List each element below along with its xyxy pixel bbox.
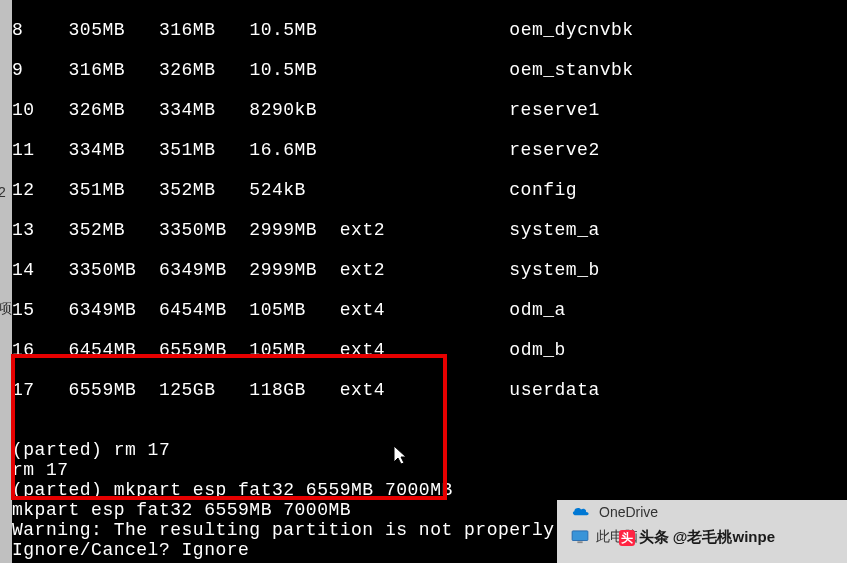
onedrive-label: OneDrive (599, 504, 658, 520)
computer-icon (571, 530, 589, 544)
partition-row: 14 3350MB 6349MB 2999MB ext2 system_b (12, 260, 847, 280)
watermark: 头 头条 @老毛桃winpe (619, 528, 775, 547)
partition-row: 15 6349MB 6454MB 105MB ext4 odm_a (12, 300, 847, 320)
col-size: 118GB (249, 380, 306, 400)
svg-rect-0 (572, 531, 588, 541)
col-end: 351MB (159, 140, 216, 160)
col-size: 2999MB (249, 220, 317, 240)
onedrive-icon (571, 505, 591, 519)
col-start: 6349MB (69, 300, 137, 320)
col-num: 15 (12, 300, 35, 320)
col-end: 352MB (159, 180, 216, 200)
left-margin-text-1: 2 (0, 184, 6, 200)
partition-row: 9 316MB 326MB 10.5MB oem_stanvbk (12, 60, 847, 80)
col-end: 125GB (159, 380, 216, 400)
col-num: 10 (12, 100, 35, 120)
col-size: 16.6MB (249, 140, 317, 160)
col-start: 305MB (69, 20, 126, 40)
col-fs: ext2 (340, 260, 385, 280)
terminal[interactable]: 8 305MB 316MB 10.5MB oem_dycnvbk 9 316MB… (12, 0, 847, 563)
col-end: 6559MB (159, 340, 227, 360)
col-end: 334MB (159, 100, 216, 120)
col-start: 316MB (69, 60, 126, 80)
col-fs: ext4 (340, 300, 385, 320)
col-start: 326MB (69, 100, 126, 120)
col-size: 8290kB (249, 100, 317, 120)
blank-line (12, 420, 23, 440)
col-start: 334MB (69, 140, 126, 160)
partition-row: 11 334MB 351MB 16.6MB reserve2 (12, 140, 847, 160)
partition-row: 12 351MB 352MB 524kB config (12, 180, 847, 200)
col-fs: ext4 (340, 380, 385, 400)
watermark-prefix: 头条 (639, 528, 669, 547)
col-size: 105MB (249, 300, 306, 320)
col-partname: config (509, 180, 577, 200)
toutiao-icon: 头 (619, 530, 635, 546)
col-start: 6559MB (69, 380, 137, 400)
col-end: 6454MB (159, 300, 227, 320)
col-partname: oem_dycnvbk (509, 20, 633, 40)
col-num: 12 (12, 180, 35, 200)
col-end: 6349MB (159, 260, 227, 280)
col-start: 3350MB (69, 260, 137, 280)
col-num: 11 (12, 140, 35, 160)
col-partname: reserve1 (509, 100, 599, 120)
col-partname: userdata (509, 380, 599, 400)
partition-row: 8 305MB 316MB 10.5MB oem_dycnvbk (12, 20, 847, 40)
terminal-line: (parted) mkpart esp fat32 6559MB 7000MB (12, 480, 453, 500)
col-num: 16 (12, 340, 35, 360)
terminal-line: (parted) rm 17 (12, 440, 170, 460)
left-margin-text-2: 项 (0, 300, 12, 318)
col-size: 524kB (249, 180, 306, 200)
terminal-line: rm 17 (12, 460, 69, 480)
col-end: 3350MB (159, 220, 227, 240)
partition-row: 13 352MB 3350MB 2999MB ext2 system_a (12, 220, 847, 240)
col-fs: ext2 (340, 220, 385, 240)
col-size: 2999MB (249, 260, 317, 280)
partition-row: 17 6559MB 125GB 118GB ext4 userdata (12, 380, 847, 400)
partition-row: 10 326MB 334MB 8290kB reserve1 (12, 100, 847, 120)
terminal-line: mkpart esp fat32 6559MB 7000MB (12, 500, 351, 520)
col-num: 13 (12, 220, 35, 240)
col-num: 9 (12, 60, 23, 80)
col-end: 326MB (159, 60, 216, 80)
terminal-line: Ignore/Cancel? Ignore (12, 540, 249, 560)
col-num: 8 (12, 20, 23, 40)
onedrive-item[interactable]: OneDrive (557, 500, 847, 524)
watermark-handle: @老毛桃winpe (673, 528, 775, 547)
col-size: 10.5MB (249, 60, 317, 80)
col-size: 10.5MB (249, 20, 317, 40)
col-num: 14 (12, 260, 35, 280)
col-partname: reserve2 (509, 140, 599, 160)
col-end: 316MB (159, 20, 216, 40)
col-start: 351MB (69, 180, 126, 200)
col-partname: oem_stanvbk (509, 60, 633, 80)
col-partname: system_a (509, 220, 599, 240)
partition-row: 16 6454MB 6559MB 105MB ext4 odm_b (12, 340, 847, 360)
col-start: 352MB (69, 220, 126, 240)
col-partname: odm_b (509, 340, 566, 360)
col-num: 17 (12, 380, 35, 400)
left-margin: 2 项 (0, 0, 12, 563)
col-start: 6454MB (69, 340, 137, 360)
svg-rect-1 (577, 541, 582, 543)
col-partname: odm_a (509, 300, 566, 320)
col-fs: ext4 (340, 340, 385, 360)
col-size: 105MB (249, 340, 306, 360)
col-partname: system_b (509, 260, 599, 280)
